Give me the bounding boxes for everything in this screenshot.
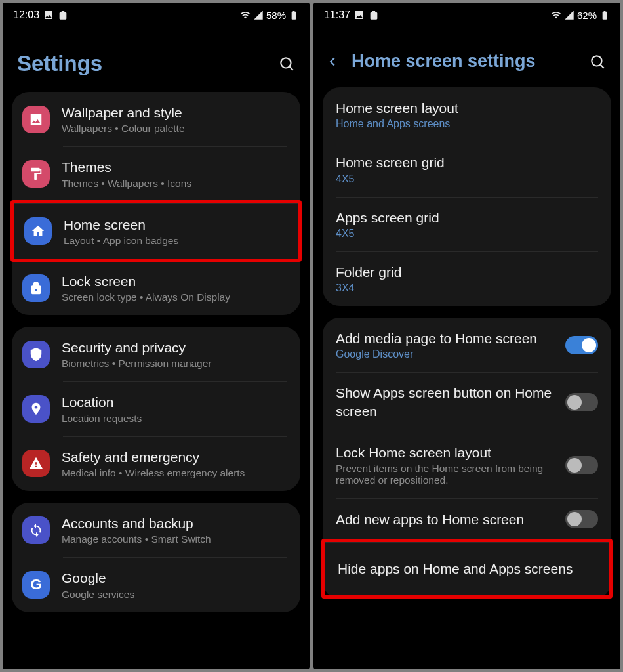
status-battery: 58% (266, 10, 286, 21)
signal-icon (564, 10, 574, 20)
item-subtitle: 4X5 (336, 173, 598, 185)
status-time: 12:03 (13, 9, 39, 21)
home-icon (24, 217, 52, 245)
item-title: Home screen grid (336, 154, 598, 171)
settings-group-security: Security and privacy Biometrics • Permis… (12, 327, 300, 491)
item-title: Location (62, 393, 290, 411)
page-title: Settings (17, 51, 102, 76)
toggle-add-new[interactable] (565, 510, 598, 528)
item-home-layout[interactable]: Home screen layout Home and Apps screens (323, 87, 611, 142)
wallpaper-icon (22, 106, 50, 133)
page-title: Home screen settings (352, 51, 536, 72)
item-title: Lock Home screen layout (336, 444, 559, 461)
wifi-icon (551, 10, 561, 20)
settings-item-safety[interactable]: Safety and emergency Medical info • Wire… (12, 436, 300, 491)
item-title: Home screen layout (336, 99, 598, 117)
back-icon[interactable] (325, 54, 340, 69)
settings-item-google[interactable]: G Google Google services (12, 557, 300, 612)
svg-line-3 (600, 64, 603, 68)
status-time: 11:37 (324, 9, 350, 21)
search-icon[interactable] (589, 53, 606, 70)
item-title: Folder grid (336, 263, 598, 281)
emergency-icon (22, 450, 50, 477)
highlight-hide-apps: Hide apps on Home and Apps screens (321, 539, 613, 598)
lock-icon (22, 274, 50, 302)
highlight-home-screen: Home screen Layout • App icon badges (10, 200, 302, 262)
sync-icon (22, 516, 50, 544)
item-title: Accounts and backup (62, 514, 290, 532)
settings-item-wallpaper[interactable]: Wallpaper and style Wallpapers • Colour … (12, 92, 300, 146)
svg-point-0 (281, 58, 291, 68)
bag-icon (369, 10, 379, 20)
item-subtitle: Medical info • Wireless emergency alerts (62, 467, 290, 479)
settings-item-home-screen[interactable]: Home screen Layout • App icon badges (14, 203, 298, 259)
item-title: Show Apps screen button on Home screen (336, 384, 559, 420)
search-icon[interactable] (278, 55, 295, 72)
settings-group-appearance: Wallpaper and style Wallpapers • Colour … (12, 92, 300, 315)
item-subtitle: Screen lock type • Always On Display (62, 291, 290, 303)
item-subtitle: Manage accounts • Smart Switch (62, 534, 290, 545)
svg-point-2 (592, 56, 601, 66)
home-screen-settings-screen: 11:37 62% Home screen settings Home scre… (313, 3, 620, 669)
item-subtitle: Themes • Wallpapers • Icons (62, 178, 290, 190)
item-home-grid[interactable]: Home screen grid 4X5 (323, 142, 611, 196)
status-bar: 11:37 62% (313, 3, 620, 28)
battery-icon (599, 10, 610, 20)
svg-line-1 (289, 66, 292, 70)
item-title: Google (62, 569, 290, 587)
signal-icon (253, 10, 264, 20)
item-folder-grid[interactable]: Folder grid 3X4 (323, 251, 611, 306)
item-subtitle: Wallpapers • Colour palette (62, 123, 290, 135)
item-subtitle: Home and Apps screens (336, 118, 598, 130)
item-title: Add new apps to Home screen (336, 511, 559, 528)
settings-item-accounts[interactable]: Accounts and backup Manage accounts • Sm… (12, 503, 300, 557)
toggle-lock-layout[interactable] (565, 456, 598, 474)
item-title: Security and privacy (62, 339, 290, 356)
item-lock-layout[interactable]: Lock Home screen layout Prevent items on… (323, 432, 611, 498)
item-subtitle: Location requests (62, 413, 290, 425)
shield-icon (22, 341, 50, 368)
wifi-icon (240, 10, 251, 20)
settings-screen: 12:03 58% Settings Wallpaper and style W… (3, 3, 310, 669)
item-title: Themes (62, 158, 290, 176)
item-title: Apps screen grid (336, 209, 598, 226)
location-icon (22, 395, 50, 423)
item-title: Safety and emergency (62, 448, 290, 466)
item-title: Add media page to Home screen (336, 329, 559, 347)
item-add-new-apps[interactable]: Add new apps to Home screen (323, 498, 611, 540)
item-subtitle: 3X4 (336, 282, 598, 294)
item-subtitle: 4X5 (336, 228, 598, 240)
header: Home screen settings (313, 28, 620, 87)
header: Settings (3, 28, 310, 92)
item-title: Lock screen (62, 272, 290, 290)
toggle-media-page[interactable] (565, 336, 598, 354)
item-title: Wallpaper and style (62, 104, 290, 121)
home-settings-group-layout: Home screen layout Home and Apps screens… (323, 87, 611, 306)
image-icon (43, 10, 54, 20)
battery-icon (289, 10, 299, 20)
bag-icon (58, 10, 68, 20)
item-subtitle: Google services (62, 589, 290, 600)
status-battery: 62% (577, 10, 597, 21)
status-bar: 12:03 58% (3, 3, 310, 28)
toggle-show-apps[interactable] (565, 393, 598, 411)
settings-item-lock-screen[interactable]: Lock screen Screen lock type • Always On… (12, 261, 300, 315)
settings-group-accounts: Accounts and backup Manage accounts • Sm… (12, 503, 300, 612)
item-apps-grid[interactable]: Apps screen grid 4X5 (323, 197, 611, 251)
settings-content[interactable]: Wallpaper and style Wallpapers • Colour … (3, 92, 310, 669)
item-media-page[interactable]: Add media page to Home screen Google Dis… (323, 318, 611, 372)
item-show-apps-button[interactable]: Show Apps screen button on Home screen (323, 372, 611, 432)
item-title: Home screen (64, 216, 288, 234)
item-subtitle: Prevent items on the Home screen from be… (336, 463, 559, 486)
item-subtitle: Layout • App icon badges (64, 235, 288, 247)
google-icon: G (22, 571, 50, 598)
item-subtitle: Biometrics • Permission manager (62, 358, 290, 369)
themes-icon (22, 160, 50, 188)
settings-item-security[interactable]: Security and privacy Biometrics • Permis… (12, 327, 300, 381)
item-subtitle: Google Discover (336, 348, 559, 360)
settings-item-location[interactable]: Location Location requests (12, 381, 300, 436)
home-settings-group-options: Add media page to Home screen Google Dis… (323, 318, 611, 598)
home-settings-content[interactable]: Home screen layout Home and Apps screens… (313, 87, 620, 669)
item-hide-apps[interactable]: Hide apps on Home and Apps screens (325, 542, 609, 595)
settings-item-themes[interactable]: Themes Themes • Wallpapers • Icons (12, 146, 300, 201)
